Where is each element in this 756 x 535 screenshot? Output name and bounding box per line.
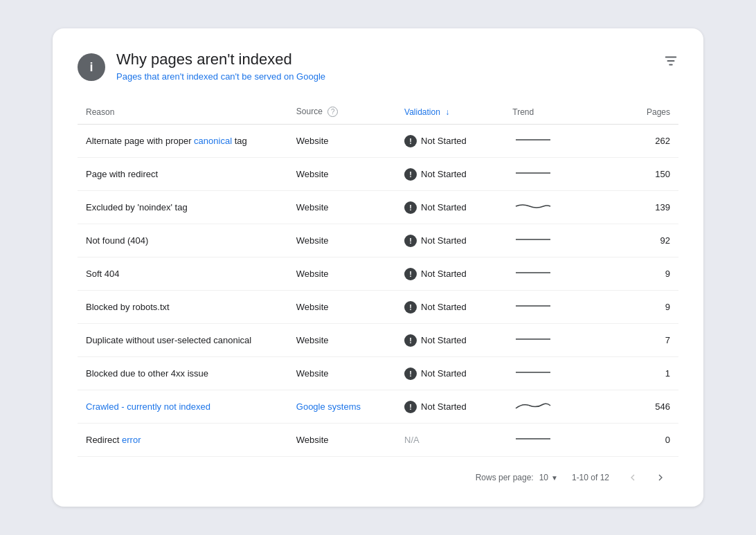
pages-cell: 92	[613, 224, 679, 257]
main-card: i Why pages aren't indexed Pages that ar…	[53, 28, 703, 507]
data-table: Reason Source ? Validation ↓ Trend Pages	[78, 101, 678, 457]
validation-cell: ! Not Started	[396, 291, 504, 324]
source-cell: Website	[288, 291, 396, 324]
info-icon: i	[78, 53, 105, 81]
reason-cell[interactable]: Alternate page with proper canonical tag	[78, 125, 288, 158]
source-cell: Website	[288, 324, 396, 357]
trend-cell	[504, 191, 612, 224]
reason-cell[interactable]: Not found (404)	[78, 224, 288, 257]
validation-cell: ! Not Started	[396, 357, 504, 390]
pages-cell: 9	[613, 291, 679, 324]
col-header-reason: Reason	[78, 101, 288, 125]
rows-per-page: Rows per page: 10 ▼	[476, 473, 558, 482]
trend-line	[512, 433, 554, 444]
validation-text: Not Started	[421, 401, 467, 412]
validation-cell: ! Not Started	[396, 224, 504, 257]
validation-cell: ! Not Started	[396, 390, 504, 424]
trend-line	[512, 334, 554, 345]
table-row: Page with redirectWebsite ! Not Started …	[78, 158, 678, 191]
validation-icon: !	[404, 401, 417, 413]
pages-cell: 262	[613, 125, 679, 158]
validation-icon: !	[404, 368, 417, 380]
trend-cell	[504, 324, 612, 357]
source-help-icon[interactable]: ?	[327, 107, 338, 117]
validation-icon: !	[404, 168, 417, 181]
validation-text: Not Started	[421, 335, 467, 345]
trend-cell	[504, 125, 612, 158]
trend-line	[512, 134, 554, 145]
trend-cell	[504, 390, 612, 424]
validation-cell: ! Not Started	[396, 191, 504, 224]
validation-icon: !	[404, 235, 417, 247]
card-header: i Why pages aren't indexed Pages that ar…	[78, 51, 678, 82]
trend-line	[512, 167, 554, 179]
pages-cell: 546	[613, 390, 679, 424]
validation-icon: !	[404, 301, 417, 314]
source-cell: Website	[288, 357, 396, 390]
validation-text: Not Started	[421, 368, 467, 379]
col-header-source: Source ?	[288, 101, 396, 125]
table-row: Duplicate without user-selected canonica…	[78, 324, 678, 357]
col-header-trend: Trend	[504, 101, 612, 125]
reason-cell[interactable]: Excluded by 'noindex' tag	[78, 191, 288, 224]
rows-per-page-select[interactable]: 10 ▼	[539, 473, 558, 482]
rows-per-page-label: Rows per page:	[476, 473, 534, 482]
next-page-button[interactable]	[651, 468, 670, 487]
validation-text: Not Started	[421, 269, 467, 279]
table-header: Reason Source ? Validation ↓ Trend Pages	[78, 101, 678, 125]
table-row: Blocked by robots.txtWebsite ! Not Start…	[78, 291, 678, 324]
validation-cell: ! Not Started	[396, 158, 504, 191]
reason-cell[interactable]: Redirect error	[78, 424, 288, 457]
reason-cell[interactable]: Crawled - currently not indexed	[78, 390, 288, 424]
validation-text: Not Started	[421, 202, 467, 212]
validation-text: Not Started	[421, 235, 467, 246]
page-range: 1-10 of 12	[572, 473, 609, 482]
trend-cell	[504, 424, 612, 457]
reason-cell[interactable]: Blocked due to other 4xx issue	[78, 357, 288, 390]
sort-icon: ↓	[445, 107, 449, 117]
source-cell: Website	[288, 257, 396, 291]
validation-text: Not Started	[421, 302, 467, 312]
col-header-validation[interactable]: Validation ↓	[396, 101, 504, 125]
pages-cell: 150	[613, 158, 679, 191]
trend-line	[512, 400, 554, 411]
validation-cell: ! Not Started	[396, 324, 504, 357]
reason-cell[interactable]: Duplicate without user-selected canonica…	[78, 324, 288, 357]
table-footer: Rows per page: 10 ▼ 1-10 of 12	[78, 457, 678, 490]
trend-line	[512, 267, 554, 278]
reason-cell[interactable]: Blocked by robots.txt	[78, 291, 288, 324]
source-cell: Website	[288, 158, 396, 191]
table-row: Alternate page with proper canonical tag…	[78, 125, 678, 158]
trend-line	[512, 234, 554, 245]
trend-cell	[504, 257, 612, 291]
source-cell: Website	[288, 424, 396, 457]
source-cell: Website	[288, 224, 396, 257]
table-row: Redirect errorWebsiteN/A0	[78, 424, 678, 457]
prev-page-button[interactable]	[623, 468, 642, 487]
source-cell: Google systems	[288, 390, 396, 424]
table-row: Not found (404)Website ! Not Started 92	[78, 224, 678, 257]
validation-icon: !	[404, 334, 417, 347]
page-navigation	[623, 468, 670, 487]
table-row: Soft 404Website ! Not Started 9	[78, 257, 678, 291]
pages-cell: 0	[613, 424, 679, 457]
table-row: Crawled - currently not indexedGoogle sy…	[78, 390, 678, 424]
table-row: Excluded by 'noindex' tagWebsite ! Not S…	[78, 191, 678, 224]
validation-text: Not Started	[421, 169, 467, 179]
trend-cell	[504, 224, 612, 257]
pages-cell: 139	[613, 191, 679, 224]
rows-per-page-value: 10	[539, 473, 548, 482]
reason-cell[interactable]: Soft 404	[78, 257, 288, 291]
trend-cell	[504, 357, 612, 390]
validation-cell: ! Not Started	[396, 125, 504, 158]
trend-line	[512, 300, 554, 311]
validation-text: Not Started	[421, 136, 467, 146]
validation-icon: !	[404, 268, 417, 280]
trend-line	[512, 201, 554, 212]
table-body: Alternate page with proper canonical tag…	[78, 125, 678, 457]
header-text: Why pages aren't indexed Pages that aren…	[116, 51, 325, 82]
trend-cell	[504, 291, 612, 324]
reason-cell[interactable]: Page with redirect	[78, 158, 288, 191]
filter-icon[interactable]	[663, 51, 678, 72]
trend-line	[512, 367, 554, 378]
